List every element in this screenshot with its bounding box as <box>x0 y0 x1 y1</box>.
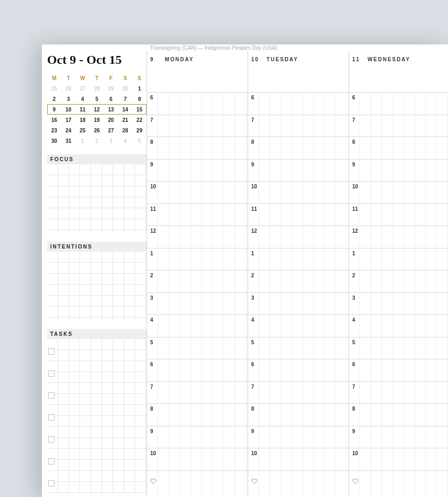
mini-cal-day: 27 <box>104 125 118 135</box>
hour-label: 11 <box>251 206 257 212</box>
schedule: Thanksgiving (CAN) — Indigenous Peoples … <box>147 44 448 497</box>
mini-cal-day: 2 <box>89 135 104 146</box>
hour-label: 9 <box>352 428 355 434</box>
hour-row: 8 <box>147 403 248 426</box>
mini-cal-day: 6 <box>104 94 118 104</box>
hour-row: 7 <box>147 115 248 137</box>
mini-cal-day: 2 <box>47 94 61 104</box>
task-row <box>47 339 147 361</box>
mini-cal-day: 16 <box>47 115 61 125</box>
mini-cal-day: 29 <box>132 125 147 135</box>
mini-cal-day: 26 <box>61 83 75 94</box>
hour-label: 7 <box>251 117 254 123</box>
task-checkbox[interactable] <box>48 480 54 487</box>
heart-row <box>248 470 349 493</box>
mini-cal-day: 22 <box>132 115 147 125</box>
intentions-area <box>47 252 147 321</box>
hour-label: 9 <box>150 162 153 167</box>
mini-cal-day: 1 <box>132 83 147 94</box>
mini-cal-day: 18 <box>75 115 89 125</box>
mini-cal-day: 17 <box>61 115 75 125</box>
day-number: 11 <box>352 57 360 62</box>
hour-row: 2 <box>147 270 248 292</box>
hour-label: 7 <box>352 384 355 390</box>
hour-label: 3 <box>150 295 153 301</box>
hour-label: 6 <box>150 362 153 367</box>
day-column: 10TUESDAY678910111212345678910 <box>248 51 349 497</box>
hour-row: 1 <box>248 248 349 270</box>
hour-label: 9 <box>352 162 355 167</box>
hour-row: 8 <box>349 403 448 426</box>
hour-row: 11 <box>349 204 448 226</box>
hour-row: 3 <box>349 292 448 315</box>
mini-cal-day: 10 <box>61 104 75 115</box>
mini-cal-day: 26 <box>89 125 104 135</box>
day-name: TUESDAY <box>266 57 298 62</box>
mini-cal-header: W <box>75 73 89 83</box>
hour-row: 4 <box>349 314 448 337</box>
hour-row: 3 <box>248 292 349 315</box>
mini-cal-day: 19 <box>89 115 104 125</box>
task-checkbox[interactable] <box>48 436 54 443</box>
holiday-text: Thanksgiving (CAN) — Indigenous Peoples … <box>147 44 448 51</box>
hour-row: 7 <box>349 381 448 404</box>
hour-label: 12 <box>251 228 257 234</box>
hour-row: 10 <box>147 181 248 204</box>
mini-cal-day: 11 <box>75 104 89 115</box>
hour-row: 3 <box>147 292 248 315</box>
hour-label: 8 <box>251 406 254 412</box>
task-row <box>47 361 147 383</box>
mini-cal-day: 23 <box>47 125 61 135</box>
hour-label: 4 <box>251 317 254 323</box>
hour-label: 10 <box>150 184 156 189</box>
hour-row: 6 <box>349 92 448 115</box>
task-checkbox[interactable] <box>48 370 54 377</box>
hour-row: 8 <box>248 137 349 159</box>
hour-label: 2 <box>150 273 153 278</box>
hour-label: 12 <box>352 228 358 234</box>
hour-grid: 678910111212345678910 <box>248 92 349 497</box>
mini-cal-day: 1 <box>75 135 89 146</box>
hour-label: 12 <box>150 228 156 234</box>
hour-grid: 678910111212345678910 <box>349 92 448 497</box>
hour-label: 6 <box>352 362 355 367</box>
hour-label: 7 <box>150 384 153 390</box>
task-checkbox[interactable] <box>48 348 54 355</box>
hour-row: 6 <box>349 359 448 381</box>
sidebar: Oct 9 - Oct 15 MTWTFSS 25262728293012345… <box>47 44 147 493</box>
heart-row <box>349 470 448 493</box>
hour-label: 2 <box>251 273 254 278</box>
heart-row <box>147 470 248 493</box>
hour-label: 6 <box>251 362 254 367</box>
day-number: 10 <box>251 57 259 62</box>
hour-label: 1 <box>150 251 153 256</box>
hour-row: 2 <box>248 270 349 292</box>
planner-page: Oct 9 - Oct 15 MTWTFSS 25262728293012345… <box>42 44 448 497</box>
task-row <box>47 405 147 427</box>
hour-row: 8 <box>349 137 448 159</box>
task-checkbox[interactable] <box>48 458 54 465</box>
hour-row: 5 <box>248 337 349 359</box>
hour-row: 6 <box>147 359 248 381</box>
hour-label: 10 <box>352 450 358 456</box>
task-checkbox[interactable] <box>48 414 54 421</box>
mini-cal-day: 30 <box>118 83 132 94</box>
mini-cal-day: 27 <box>75 83 89 94</box>
hour-row: 10 <box>147 448 248 470</box>
mini-cal-header: M <box>47 73 61 83</box>
hour-row: 9 <box>248 426 349 448</box>
tasks-label: TASKS <box>47 329 147 339</box>
mini-cal-day: 28 <box>118 125 132 135</box>
hour-row: 5 <box>147 337 248 359</box>
hour-label: 7 <box>352 117 355 123</box>
day-name: MONDAY <box>165 57 194 62</box>
hour-label: 8 <box>352 406 355 412</box>
hour-label: 9 <box>251 428 254 434</box>
hour-label: 11 <box>150 206 156 212</box>
hour-label: 6 <box>150 95 153 100</box>
hour-label: 8 <box>251 139 254 145</box>
hour-label: 7 <box>150 117 153 123</box>
hour-row: 2 <box>349 270 448 292</box>
hour-row: 10 <box>248 181 349 204</box>
task-checkbox[interactable] <box>48 392 54 399</box>
